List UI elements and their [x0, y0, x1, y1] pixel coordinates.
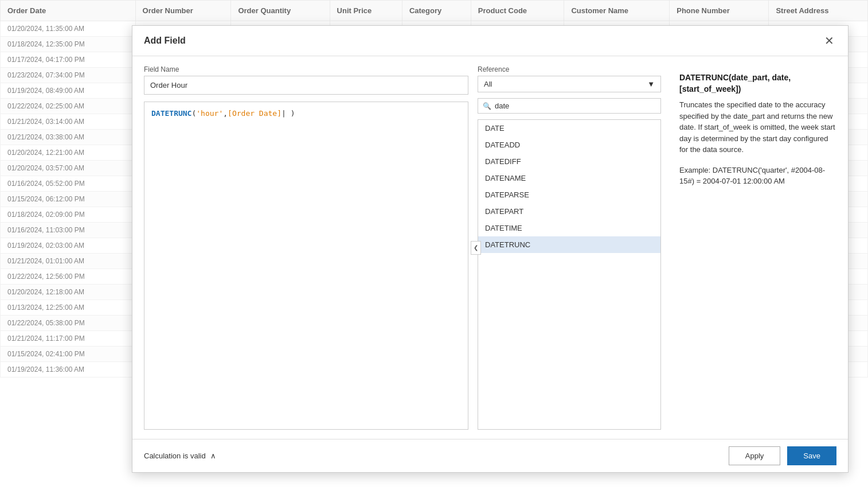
formula-suffix: )	[286, 109, 295, 118]
function-list-item[interactable]: DATEPARSE	[478, 186, 660, 203]
right-panel: Reference All ▼ 🔍 DATEDATEADDDATEDIFFDAT…	[478, 65, 661, 430]
close-button[interactable]: ✕	[822, 35, 836, 46]
function-list: DATEDATEADDDATEDIFFDATENAMEDATEPARSEDATE…	[478, 119, 661, 430]
save-button[interactable]: Save	[787, 446, 836, 465]
add-field-modal: Add Field ✕ Field Name DATETRUNC('hour',…	[132, 25, 849, 473]
modal-title: Add Field	[144, 36, 186, 46]
function-list-item[interactable]: DATENAME	[478, 170, 660, 186]
formula-keyword: DATETRUNC	[151, 109, 191, 118]
formula-string-arg: 'hour'	[196, 109, 223, 118]
function-list-item[interactable]: DATEPART	[478, 203, 660, 220]
left-panel: Field Name DATETRUNC('hour',[Order Date]…	[144, 65, 468, 430]
field-name-label: Field Name	[144, 65, 468, 73]
function-list-item[interactable]: DATETRUNC	[478, 236, 660, 253]
search-icon: 🔍	[483, 102, 491, 110]
doc-function-name: DATETRUNC(date_part, date, [start_of_wee…	[679, 72, 836, 95]
modal-header: Add Field ✕	[132, 26, 848, 56]
modal-footer: Calculation is valid ∧ Apply Save	[132, 439, 848, 472]
doc-panel: DATETRUNC(date_part, date, [start_of_wee…	[670, 65, 836, 430]
search-box: 🔍	[478, 98, 661, 114]
formula-editor[interactable]: DATETRUNC('hour',[Order Date]| )	[144, 102, 468, 430]
reference-value: All	[484, 80, 492, 88]
doc-description: Truncates the specified date to the accu…	[679, 99, 836, 155]
formula-comma: ,	[223, 109, 228, 118]
validity-text: Calculation is valid	[144, 452, 206, 460]
modal-overlay: Add Field ✕ Field Name DATETRUNC('hour',…	[0, 0, 868, 502]
dropdown-arrow-icon: ▼	[647, 80, 655, 88]
reference-section: Reference All ▼	[478, 65, 661, 92]
chevron-up-icon: ∧	[210, 452, 216, 460]
validity-status: Calculation is valid ∧	[144, 452, 216, 460]
search-input[interactable]	[495, 102, 656, 110]
doc-example-label: Example:	[679, 166, 710, 174]
doc-example: Example: DATETRUNC('quarter', #2004-08-1…	[679, 165, 836, 187]
formula-ref-arg: [Order Date]	[228, 109, 281, 118]
function-list-item[interactable]: DATE	[478, 120, 660, 137]
function-list-item[interactable]: DATETIME	[478, 220, 660, 236]
reference-dropdown[interactable]: All ▼	[478, 76, 661, 92]
formula-cursor: |	[281, 109, 286, 118]
footer-buttons: Apply Save	[729, 446, 836, 465]
apply-button[interactable]: Apply	[729, 446, 781, 465]
field-name-input[interactable]	[144, 76, 468, 95]
modal-body: Field Name DATETRUNC('hour',[Order Date]…	[132, 56, 848, 439]
reference-label: Reference	[478, 65, 661, 73]
function-list-item[interactable]: DATEDIFF	[478, 153, 660, 170]
field-name-section: Field Name	[144, 65, 468, 95]
function-list-item[interactable]: DATEADD	[478, 137, 660, 153]
collapse-panel-button[interactable]: ❮	[471, 241, 481, 255]
